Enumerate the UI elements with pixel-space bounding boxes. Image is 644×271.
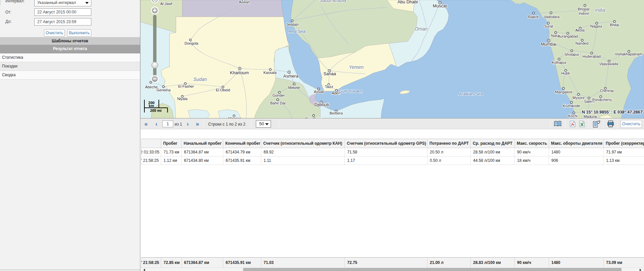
svg-text:Bahir Dar: Bahir Dar [270,101,286,105]
svg-text:Jeddah: Jeddah [286,22,298,27]
svg-text:Chennai: Chennai [600,89,614,93]
svg-text:Indore: Indore [579,11,589,15]
svg-text:Kassala: Kassala [263,71,277,75]
svg-text:Djibouti: Djibouti [314,102,329,107]
svg-text:El Obeid: El Obeid [216,88,230,92]
svg-text:Bhopal: Bhopal [578,7,589,11]
svg-text:Gonder: Gonder [273,93,285,97]
svg-text:200 mi: 200 mi [150,108,162,112]
svg-text:Mangalore: Mangalore [555,90,572,94]
svg-text:Niyala: Niyala [177,97,188,101]
svg-text:N 15° 10.9855' : E 038° 47.286: N 15° 10.9855' : E 038° 47.2867' [582,110,643,115]
svg-text:Surat: Surat [544,24,553,28]
svg-text:Kozhikode: Kozhikode [563,104,580,108]
svg-text:Vijayawada: Vijayawada [599,62,618,66]
svg-text:Assab: Assab [314,90,324,94]
svg-text:Gulf of Aden: Gulf of Aden [338,89,363,94]
svg-text:Abu Dhabi: Abu Dhabi [398,0,418,4]
svg-text:Dongola: Dongola [185,41,199,45]
svg-text:km: km [149,104,154,108]
svg-text:Aswan: Aswan [239,0,250,4]
svg-text:El Fasher: El Fasher [178,84,194,88]
svg-text:Aurangabad: Aurangabad [558,34,578,38]
svg-text:Vadodara: Vadodara [544,15,560,19]
svg-text:Red Sea: Red Sea [288,29,306,34]
svg-text:Asmera: Asmera [283,74,299,79]
svg-text:Bhilai: Bhilai [610,23,619,27]
svg-text:Yemen: Yemen [349,64,364,70]
svg-text:Abeche: Abeche [145,85,157,89]
svg-text:Kochi: Kochi [568,114,578,118]
svg-text:Mumbai: Mumbai [541,42,556,47]
svg-text:Saudi Arabia: Saudi Arabia [319,0,346,3]
svg-text:Mekele: Mekele [288,86,300,90]
svg-text:India: India [595,7,605,13]
svg-text:Khartoum: Khartoum [230,70,249,75]
svg-text:Arabian Sea: Arabian Sea [458,91,483,96]
svg-text:Madurai: Madurai [584,115,597,118]
svg-text:Sanaa: Sanaa [323,71,336,76]
svg-text:Sudan: Sudan [193,77,207,82]
svg-text:Akola: Akola [575,28,585,32]
svg-text:Nanded: Nanded [576,41,589,45]
svg-text:Kolhapur: Kolhapur [552,60,566,64]
svg-text:Al Jawf: Al Jawf [160,2,172,6]
svg-text:Oman: Oman [415,26,427,32]
svg-text:Vishakhapatnam: Vishakhapatnam [615,52,642,56]
svg-text:Taizz: Taizz [325,85,333,89]
svg-text:Mysore: Mysore [572,96,585,100]
svg-text:Sholapur: Sholapur [564,52,579,56]
svg-text:Rajkot: Rajkot [528,15,538,19]
svg-text:Hyderabad: Hyderabad [583,54,601,58]
svg-text:Nagpur: Nagpur [590,24,602,28]
svg-text:Geneina: Geneina [156,88,171,92]
svg-text:Hubli: Hubli [561,71,569,75]
svg-text:Pondicherry: Pondicherry [592,98,612,102]
svg-text:Berbera: Berbera [329,111,343,115]
svg-text:Muscat: Muscat [433,3,447,8]
